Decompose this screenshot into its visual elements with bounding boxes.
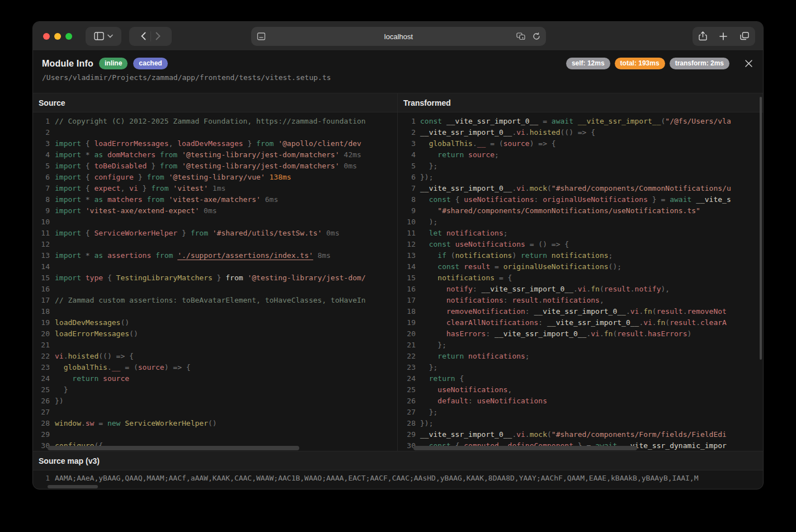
code-token: , — [600, 295, 604, 306]
code-token: originalUseNotifications — [503, 261, 609, 272]
code-token: : — [538, 317, 547, 328]
code-token: loadErrorMessages — [94, 138, 168, 149]
line-number: 25 — [33, 384, 50, 396]
code-token: useNotifications — [437, 384, 507, 396]
reload-icon[interactable] — [533, 32, 540, 40]
code-token: __vite_s — [696, 194, 731, 205]
code-token: import — [55, 194, 86, 205]
toolbar-actions — [693, 27, 755, 46]
code-token: globalThis — [64, 362, 107, 373]
code-line: 26 default: useNotifications — [398, 396, 763, 407]
module-link[interactable]: './support/assertions/index.ts' — [177, 250, 313, 261]
code-token: } — [147, 161, 159, 172]
code-line: 21 }; — [398, 340, 763, 351]
code-token: __vite_ssr_import_0__ — [420, 183, 512, 194]
code-token: from — [160, 161, 182, 172]
code-token: 0ms — [322, 228, 339, 239]
forward-button[interactable] — [156, 32, 161, 40]
zoom-window-button[interactable] — [65, 33, 72, 40]
code-token: '@testing-library/jest-dom/matchers' — [182, 161, 340, 172]
url-text[interactable]: localhost — [251, 32, 546, 41]
code-token — [55, 362, 64, 373]
code-line: 29__vite_ssr_import_0__.vi.mock("#shared… — [398, 429, 763, 440]
tab-overview-icon[interactable] — [740, 32, 749, 40]
code-token: 1ms — [208, 183, 225, 194]
minimize-window-button[interactable] — [54, 33, 61, 40]
code-token: notify — [446, 284, 473, 295]
code-token: } — [243, 138, 256, 149]
code-line: 16 notify: __vite_ssr_import_0__.vi.fn(r… — [398, 284, 763, 295]
code-line: 3import { loadErrorMessages, loadDevMess… — [33, 138, 397, 149]
code-line: 22 return notifications; — [398, 351, 763, 362]
line-number: 2 — [33, 127, 50, 138]
line-number: 9 — [33, 205, 50, 216]
translate-icon[interactable] — [516, 32, 526, 40]
close-window-button[interactable] — [43, 33, 50, 40]
line-number: 30 — [33, 440, 50, 451]
code-token: : — [473, 284, 482, 295]
line-number: 2 — [398, 127, 416, 138]
code-line: 4import * as domMatchers from '@testing-… — [33, 149, 397, 161]
code-line: 23 globalThis.__ = (source) => { — [33, 362, 397, 373]
code-token: from — [143, 194, 169, 205]
horizontal-scrollbar[interactable] — [48, 446, 299, 450]
code-line: 24 return source — [33, 373, 397, 384]
code-token: . — [525, 429, 530, 440]
code-token: "#shared/components/CommonNotifications/… — [437, 205, 700, 216]
line-number: 24 — [33, 373, 50, 384]
code-token — [420, 328, 446, 340]
code-token: from — [147, 172, 168, 183]
chevron-down-icon — [107, 34, 113, 38]
code-token: 'vitest-axe/matchers' — [169, 194, 261, 205]
code-line: 23 }; — [398, 362, 763, 373]
vertical-scrollbar[interactable] — [760, 97, 762, 360]
code-token: source — [503, 138, 530, 149]
line-number: 30 — [398, 440, 416, 451]
code-token: mock — [530, 429, 547, 440]
code-token: . — [652, 317, 657, 328]
code-token: : — [525, 306, 534, 317]
code-token: TestingLibraryMatchers — [116, 272, 213, 284]
share-icon[interactable] — [699, 31, 707, 41]
transformed-code[interactable]: 1const __vite_ssr_import_0__ = await __v… — [398, 112, 763, 451]
code-token: = — [538, 116, 551, 127]
code-token: return — [521, 250, 552, 261]
close-icon[interactable] — [743, 58, 754, 69]
code-token: . — [626, 306, 630, 317]
sidebar-toggle-button[interactable] — [86, 27, 121, 46]
code-token: '@testing-library/jest-dom/matchers' — [182, 149, 340, 161]
code-token: . — [512, 183, 516, 194]
back-button[interactable] — [141, 32, 146, 40]
code-token: __vite_ssr_import__ — [578, 116, 661, 127]
line-number: 9 — [398, 205, 416, 216]
code-token: = () => { — [525, 239, 569, 250]
horizontal-scrollbar[interactable] — [48, 485, 98, 488]
code-line: 7__vite_ssr_import_0__.vi.mock("#shared/… — [398, 183, 763, 194]
code-token: . — [683, 306, 687, 317]
code-token: notify — [635, 284, 661, 295]
code-line: 14 — [33, 261, 397, 272]
code-token: }); — [420, 172, 433, 183]
horizontal-scrollbar[interactable] — [413, 446, 637, 450]
code-token: '@testing-library/vue' — [169, 172, 265, 183]
source-code[interactable]: 1// Copyright (C) 2012-2025 Zammad Found… — [33, 112, 397, 451]
code-token: matchers — [107, 194, 143, 205]
code-token: removeNot — [687, 306, 726, 317]
line-number: 10 — [398, 216, 416, 228]
code-token: (() => { — [560, 127, 595, 138]
line-number: 20 — [33, 328, 50, 340]
sourcemap-code[interactable]: 1AAMA;AAeA,yBAAG,QAAQ,MAAM;AACf,aAAW,KAA… — [33, 470, 763, 489]
line-number: 7 — [398, 183, 416, 194]
code-token: const — [437, 261, 464, 272]
code-token: ServiceWorkerHelper — [125, 418, 208, 429]
code-token: { — [459, 373, 464, 384]
address-bar[interactable]: localhost — [251, 27, 546, 46]
window-controls — [43, 33, 72, 40]
code-token: . — [600, 328, 604, 340]
line-number: 1 — [33, 116, 50, 127]
code-token: import — [55, 161, 86, 172]
code-token: hoisted — [530, 127, 561, 138]
code-token: useNotifications — [477, 396, 547, 407]
new-tab-icon[interactable] — [719, 32, 727, 40]
code-token: __vite_ssr_import_0__ — [420, 429, 512, 440]
